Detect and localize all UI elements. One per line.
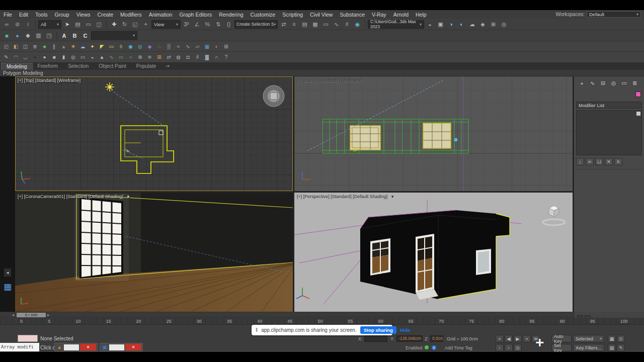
per-view-filter-icon[interactable]: ▼ [390,195,394,199]
time-slider-track[interactable]: ◂ 0 / 100 ▸ [0,312,574,317]
spot-light-icon[interactable]: ◤ [98,42,106,51]
grid-toggle-button[interactable]: ▧ [608,344,616,351]
cloth-modifier-icon[interactable]: ▱ [193,42,202,51]
rendered-frame-window-icon[interactable]: ▣ [436,20,445,29]
uvw-map-icon[interactable]: ⊞ [222,42,230,51]
layers-icon[interactable]: ▥ [34,31,43,40]
viewport-label[interactable]: [+] [Perspective] [Standard] [Default Sh… [297,194,394,199]
display-tab-icon[interactable]: ▭ [620,79,628,87]
photometric-light-icon[interactable]: ◊ [117,42,125,51]
terrain-icon[interactable]: ▲ [59,42,68,51]
menu-item[interactable]: Civil View [306,12,336,18]
ffd-modifier-icon[interactable]: ⊞ [155,53,164,61]
paint-deform-icon[interactable]: ✎ [2,53,11,61]
menu-item[interactable]: Help [412,12,430,18]
slate-material-editor-icon[interactable]: ■ [2,31,12,40]
collapse-panel-icon[interactable]: ◂ [4,268,11,277]
ribbon-tab[interactable]: Populate [131,63,161,70]
volume-helper-icon[interactable]: ▒ [165,42,173,51]
z-coordinate-field[interactable]: 0.0cm [430,335,443,342]
menu-item[interactable]: Views [73,12,94,18]
rectangular-selection-region-icon[interactable]: ▭ [84,20,93,29]
foliage-icon[interactable]: ♣ [40,42,49,51]
help-icon[interactable]: ? [222,53,230,61]
preset-dropdown[interactable]: ▾ [91,31,137,40]
viewport-label[interactable]: [+] [CoronaCamera001] [Standard] [Defaul… [18,194,130,199]
relax-brush-icon[interactable]: ◡ [21,53,30,61]
play-button[interactable]: ▶ [514,335,522,342]
viewport-back[interactable]: [+] [Back] [Standard] [Wireframe] [294,76,573,191]
edit-named-selection-sets-icon[interactable]: {} [224,20,233,29]
stack-corner-handle[interactable] [636,112,640,116]
turbosmooth-icon[interactable]: ◍ [174,53,183,61]
curve-editor-icon[interactable]: ∿ [332,20,341,29]
scene-explorer-icon[interactable]: ▤ [300,20,309,29]
stairs-tool-icon[interactable]: ≣ [31,42,39,51]
select-by-name-icon[interactable]: ▤ [73,20,83,29]
menu-item[interactable]: Tools [32,12,51,18]
auto-key-button[interactable]: Auto Key [551,335,572,342]
sphere-primitive-icon[interactable]: ● [40,53,49,61]
letter-b-icon[interactable]: B [70,31,79,40]
mini-window-body[interactable] [109,344,124,350]
make-unique-icon[interactable]: ⊔ [595,158,603,165]
snaps-toggle-icon[interactable]: 3² [182,20,191,29]
create-tab-icon[interactable]: + [578,79,586,87]
omni-light-icon[interactable]: ✦ [88,42,97,51]
pool-ball-icon[interactable]: ● [31,53,39,61]
mirror-icon[interactable]: ⇄ [279,20,288,29]
stop-sharing-button[interactable]: Stop sharing [360,326,396,334]
slider-left-arrow-icon[interactable]: ◂ [12,313,14,317]
lattice-modifier-icon[interactable]: # [193,53,202,61]
cylinder-primitive-icon[interactable]: ▮ [59,53,68,61]
teapot-primitive-icon[interactable]: ◒ [88,53,97,61]
macro-recorder-pane[interactable] [18,335,38,342]
hair-fur-icon[interactable]: ∿ [184,42,192,51]
render-production-icon[interactable]: ◑ [446,20,456,29]
viewport-label[interactable]: [+] [Top] [Standard] [Wireframe] [18,78,80,83]
enabled-toggle[interactable] [425,345,429,349]
menu-item[interactable]: Rendering [215,12,247,18]
ribbon-toggle-icon[interactable]: ▭ [321,20,331,29]
wall-tool-icon[interactable]: ◰ [2,42,11,51]
key-filters-button[interactable]: Key Filters... [573,344,604,351]
ribbon-tab[interactable]: Modeling [1,63,33,70]
area-light-icon[interactable]: ▭ [107,42,116,51]
menu-item[interactable]: Graph Editors [176,12,215,18]
plane-primitive-icon[interactable]: ▭ [78,53,87,61]
menu-item[interactable]: Group [51,12,73,18]
displace-modifier-icon[interactable]: ≈ [174,42,183,51]
sun-light-icon[interactable]: ☀ [69,42,77,51]
scatter-tool-icon[interactable]: ∴ [155,42,164,51]
annotate-button[interactable]: ✎ [617,344,625,351]
sky-light-icon[interactable]: ☁ [78,42,87,51]
go-to-start-button[interactable]: « [496,335,504,342]
polygon-modeling-label[interactable]: Polygon Modeling [3,70,43,76]
modifier-stack-list[interactable] [576,110,642,155]
rectangle-spline-icon[interactable]: ▭ [117,53,125,61]
viewport-camera[interactable]: [+] [CoronaCamera001] [Standard] [Defaul… [15,193,293,312]
next-key-button[interactable]: › [505,344,513,351]
proxy-object-icon[interactable]: ◆ [145,42,154,51]
pin-stack-icon[interactable]: ↓ [576,158,584,165]
menu-item[interactable]: Substance [336,12,368,18]
box-primitive-icon[interactable]: ■ [50,53,58,61]
massfx-toolbar-icon[interactable]: ▦ [2,280,13,293]
viewport-label[interactable]: [+] [Back] [Standard] [Wireframe] [297,78,363,83]
show-end-result-icon[interactable]: ≍ [586,158,594,165]
compact-material-editor-icon[interactable]: ● [13,31,22,40]
selection-lock-button[interactable]: ▦ [608,335,616,342]
workspaces-dropdown[interactable]: Default ▾ [587,11,641,18]
reference-coordinate-dropdown[interactable]: View ▾ [151,20,181,29]
slider-right-arrow-icon[interactable]: ▸ [47,313,49,317]
window-crossing-icon[interactable]: ◫ [94,20,104,29]
selection-set-input[interactable] [236,22,274,27]
physical-camera-icon[interactable]: ◉ [126,42,135,51]
color-correction-icon[interactable]: ◐ [212,42,221,51]
mini-window-body[interactable] [64,344,79,350]
hide-banner-link[interactable]: Hide [400,327,411,333]
modifier-list-dropdown[interactable]: Modifier List [576,102,642,109]
time-display-button[interactable]: ◷ [617,335,625,342]
ribbon-tab[interactable]: Selection [63,63,94,70]
menu-item[interactable]: Animation [145,12,176,18]
